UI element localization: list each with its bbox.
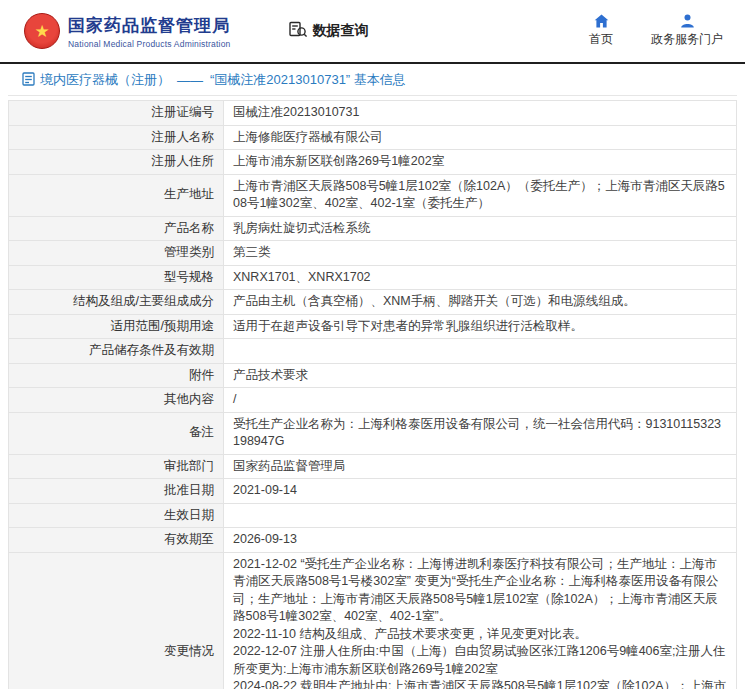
row-value: 乳房病灶旋切式活检系统 [224,216,737,241]
row-value: 上海市浦东新区联创路269号1幢202室 [224,150,737,175]
row-label: 管理类别 [9,241,224,266]
table-row: 生产地址上海市青浦区天辰路508号5幢1层102室（除102A）（委托生产）；上… [9,174,737,216]
row-label: 结构及组成/主要组成成分 [9,290,224,315]
row-label: 注册人住所 [9,150,224,175]
row-label: 有效期至 [9,528,224,553]
row-label: 适用范围/预期用途 [9,314,224,339]
agency-subtitle: National Medical Products Administration [68,39,231,49]
agency-name: 国家药品监督管理局 [68,14,231,37]
nav-portal-label: 政务服务门户 [651,31,723,48]
table-row: 有效期至2026-09-13 [9,528,737,553]
row-label: 型号规格 [9,265,224,290]
table-row: 注册证编号国械注准20213010731 [9,101,737,126]
row-label: 产品储存条件及有效期 [9,339,224,364]
row-label: 注册证编号 [9,101,224,126]
table-row: 适用范围/预期用途适用于在超声设备引导下对患者的异常乳腺组织进行活检取样。 [9,314,737,339]
agency-title-block: 国家药品监督管理局 National Medical Products Admi… [68,14,231,49]
table-row: 结构及组成/主要组成成分产品由主机（含真空桶）、XNM手柄、脚踏开关（可选）和电… [9,290,737,315]
row-value: XNRX1701、XNRX1702 [224,265,737,290]
row-label: 生效日期 [9,503,224,528]
row-label: 备注 [9,412,224,454]
row-value: 产品技术要求 [224,363,737,388]
table-row: 产品名称乳房病灶旋切式活检系统 [9,216,737,241]
header-left: ★ 国家药品监督管理局 National Medical Products Ad… [24,13,369,49]
row-label: 变更情况 [9,552,224,689]
national-emblem-logo: ★ [24,13,60,49]
table-row: 审批部门国家药品监督管理局 [9,454,737,479]
table-row: 附件产品技术要求 [9,363,737,388]
breadcrumb-title: “国械注准20213010731” 基本信息 [210,71,406,89]
data-query-link[interactable]: 数据查询 [289,21,369,42]
table-row: 管理类别第三类 [9,241,737,266]
row-value: 国械注准20213010731 [224,101,737,126]
row-value: / [224,388,737,413]
nav-home[interactable]: 首页 [589,14,613,48]
header-nav: 首页 政务服务门户 [589,14,723,48]
row-label: 其他内容 [9,388,224,413]
row-value: 国家药品监督管理局 [224,454,737,479]
nav-portal[interactable]: 政务服务门户 [651,14,723,48]
document-icon [22,72,35,89]
search-document-icon [289,21,308,42]
row-label: 附件 [9,363,224,388]
nav-home-label: 首页 [589,31,613,48]
emblem-star-icon: ★ [34,23,49,40]
row-value [224,503,737,528]
breadcrumb-separator: —— [177,73,203,88]
row-label: 生产地址 [9,174,224,216]
row-label: 审批部门 [9,454,224,479]
row-value: 适用于在超声设备引导下对患者的异常乳腺组织进行活检取样。 [224,314,737,339]
home-icon [594,14,609,28]
table-row: 其他内容/ [9,388,737,413]
row-label: 产品名称 [9,216,224,241]
breadcrumb-category[interactable]: 境内医疗器械（注册） [40,71,170,89]
row-value: 2021-09-14 [224,479,737,504]
row-value [224,339,737,364]
table-row: 型号规格XNRX1701、XNRX1702 [9,265,737,290]
row-label: 注册人名称 [9,125,224,150]
row-value: 上海市青浦区天辰路508号5幢1层102室（除102A）（委托生产）；上海市青浦… [224,174,737,216]
row-value: 2026-09-13 [224,528,737,553]
table-row: 批准日期2021-09-14 [9,479,737,504]
table-row: 产品储存条件及有效期 [9,339,737,364]
main-content: 境内医疗器械（注册） —— “国械注准20213010731” 基本信息 注册证… [0,64,745,689]
row-label: 批准日期 [9,479,224,504]
table-row: 备注受托生产企业名称为：上海利格泰医用设备有限公司，统一社会信用代码：91310… [9,412,737,454]
table-row: 变更情况2021-12-02 “受托生产企业名称：上海博进凯利泰医疗科技有限公司… [9,552,737,689]
table-row: 注册人名称上海修能医疗器械有限公司 [9,125,737,150]
row-value: 产品由主机（含真空桶）、XNM手柄、脚踏开关（可选）和电源线组成。 [224,290,737,315]
site-header: ★ 国家药品监督管理局 National Medical Products Ad… [0,0,745,62]
row-value: 受托生产企业名称为：上海利格泰医用设备有限公司，统一社会信用代码：9131011… [224,412,737,454]
breadcrumb: 境内医疗器械（注册） —— “国械注准20213010731” 基本信息 [8,64,737,96]
data-query-label: 数据查询 [313,22,369,40]
table-row: 注册人住所上海市浦东新区联创路269号1幢202室 [9,150,737,175]
table-row: 生效日期 [9,503,737,528]
row-value: 2021-12-02 “受托生产企业名称：上海博进凯利泰医疗科技有限公司；生产地… [224,552,737,689]
row-value: 第三类 [224,241,737,266]
info-table-body: 注册证编号国械注准20213010731注册人名称上海修能医疗器械有限公司注册人… [9,101,737,689]
registration-info-table: 注册证编号国械注准20213010731注册人名称上海修能医疗器械有限公司注册人… [8,100,737,689]
person-icon [680,14,695,28]
row-value: 上海修能医疗器械有限公司 [224,125,737,150]
